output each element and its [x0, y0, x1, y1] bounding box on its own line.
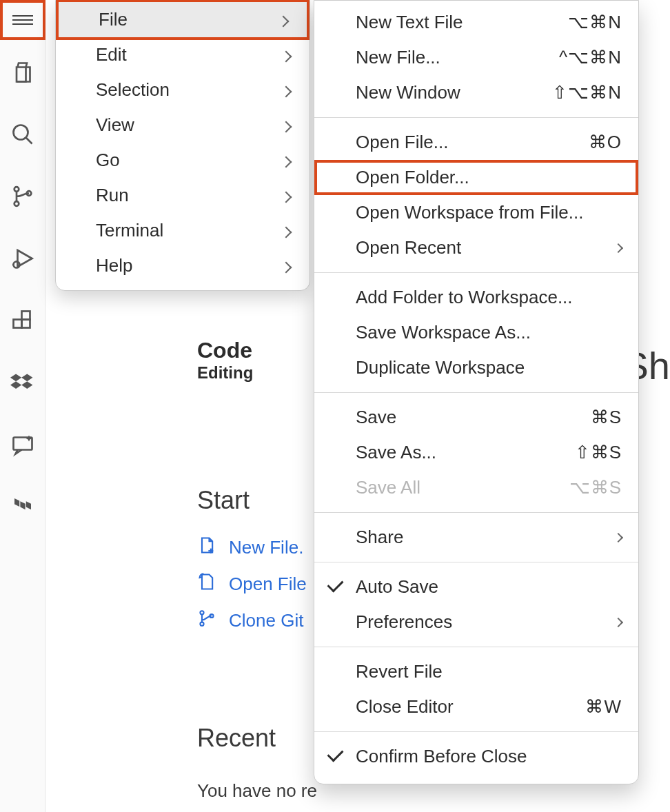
menu-item-label: Terminal — [96, 220, 163, 241]
submenu-preferences[interactable]: Preferences — [314, 605, 638, 640]
keyboard-shortcut: ⇧⌥⌘N — [552, 82, 622, 103]
app-menu-button[interactable] — [0, 0, 45, 40]
svg-point-5 — [14, 262, 20, 268]
submenu-item-label: Revert File — [356, 661, 443, 682]
submenu-new-file[interactable]: New File... ^⌥⌘N — [314, 40, 638, 75]
submenu-add-folder-to-workspace[interactable]: Add Folder to Workspace... — [314, 280, 638, 315]
file-submenu: New Text File ⌥⌘N New File... ^⌥⌘N New W… — [314, 0, 639, 784]
submenu-new-text-file[interactable]: New Text File ⌥⌘N — [314, 5, 638, 40]
git-branch-icon — [197, 609, 216, 633]
submenu-close-editor[interactable]: Close Editor ⌘W — [314, 689, 638, 724]
menu-item-label: Selection — [96, 79, 170, 101]
menu-separator — [314, 512, 638, 513]
svg-point-3 — [14, 201, 19, 206]
menu-separator — [314, 647, 638, 647]
menu-separator — [314, 392, 638, 393]
chevron-right-icon — [282, 220, 290, 241]
submenu-open-file[interactable]: Open File... ⌘O — [314, 125, 638, 160]
folder-open-icon — [197, 572, 216, 596]
keyboard-shortcut: ⌥⌘S — [569, 477, 622, 498]
menu-item-edit[interactable]: Edit — [56, 37, 309, 72]
keyboard-shortcut: ⌘O — [589, 132, 622, 153]
submenu-open-folder[interactable]: Open Folder... — [314, 160, 638, 195]
submenu-save[interactable]: Save ⌘S — [314, 400, 638, 435]
hamburger-icon — [12, 12, 33, 28]
start-heading: Start — [197, 486, 307, 515]
search-icon[interactable] — [0, 103, 45, 165]
menu-item-view[interactable]: View — [56, 108, 309, 143]
chevron-right-icon — [279, 9, 287, 30]
check-icon — [328, 576, 343, 598]
submenu-item-label: Add Folder to Workspace... — [356, 287, 573, 308]
submenu-item-label: Save Workspace As... — [356, 322, 531, 343]
menu-item-label: View — [96, 114, 134, 136]
submenu-item-label: Confirm Before Close — [356, 746, 527, 767]
menu-item-label: Run — [96, 185, 129, 206]
menu-separator — [314, 272, 638, 273]
submenu-share[interactable]: Share — [314, 520, 638, 555]
submenu-revert-file[interactable]: Revert File — [314, 654, 638, 689]
chevron-right-icon — [282, 185, 290, 206]
submenu-item-label: New File... — [356, 47, 440, 68]
submenu-confirm-before-close[interactable]: Confirm Before Close — [314, 739, 638, 774]
svg-point-0 — [14, 125, 28, 140]
submenu-item-label: Open File... — [356, 132, 448, 153]
explorer-icon[interactable] — [0, 41, 45, 103]
chevron-right-icon — [282, 255, 290, 276]
chevron-right-icon — [282, 114, 290, 136]
svg-rect-8 — [14, 320, 22, 328]
menu-item-label: File — [99, 9, 128, 30]
menu-item-file[interactable]: File — [56, 0, 309, 40]
menu-item-go[interactable]: Go — [56, 143, 309, 178]
submenu-save-as[interactable]: Save As... ⇧⌘S — [314, 435, 638, 470]
menu-item-help[interactable]: Help — [56, 248, 309, 283]
menu-separator — [314, 731, 638, 732]
submenu-item-label: Save — [356, 407, 396, 428]
extensions-icon[interactable] — [0, 290, 45, 352]
keyboard-shortcut: ⌘S — [591, 407, 622, 428]
submenu-open-workspace-from-file[interactable]: Open Workspace from File... — [314, 195, 638, 230]
submenu-auto-save[interactable]: Auto Save — [314, 569, 638, 605]
run-debug-icon[interactable] — [0, 227, 45, 290]
new-file-link-label: New File. — [229, 537, 303, 558]
menu-item-terminal[interactable]: Terminal — [56, 213, 309, 248]
menu-item-run[interactable]: Run — [56, 178, 309, 213]
chevron-right-icon — [613, 243, 623, 252]
submenu-item-label: Share — [356, 527, 403, 548]
submenu-item-label: Open Recent — [356, 237, 461, 258]
chevron-right-icon — [613, 617, 623, 627]
submenu-item-label: New Text File — [356, 12, 463, 33]
submenu-item-label: Open Workspace from File... — [356, 202, 583, 223]
new-file-link[interactable]: New File. — [197, 536, 307, 560]
submenu-item-label: Auto Save — [356, 576, 438, 598]
submenu-item-label: Preferences — [356, 611, 452, 633]
menu-item-selection[interactable]: Selection — [56, 72, 309, 108]
new-file-icon — [197, 536, 216, 560]
submenu-item-label: Close Editor — [356, 696, 454, 718]
svg-rect-9 — [22, 320, 30, 328]
clone-git-link[interactable]: Clone Git — [197, 609, 307, 633]
submenu-item-label: New Window — [356, 82, 460, 103]
terraform-icon[interactable] — [0, 476, 45, 538]
keyboard-shortcut: ⌘W — [585, 696, 622, 718]
submenu-duplicate-workspace[interactable]: Duplicate Workspace — [314, 350, 638, 385]
open-file-link-label: Open File — [229, 574, 307, 595]
submenu-save-workspace-as[interactable]: Save Workspace As... — [314, 315, 638, 350]
keyboard-shortcut: ^⌥⌘N — [559, 47, 622, 68]
svg-point-14 — [200, 611, 203, 614]
submenu-open-recent[interactable]: Open Recent — [314, 230, 638, 265]
recent-empty-text: You have no re — [197, 780, 317, 802]
submenu-save-all: Save All ⌥⌘S — [314, 470, 638, 505]
open-file-link[interactable]: Open File — [197, 572, 307, 596]
chevron-right-icon — [613, 532, 623, 542]
chevron-right-icon — [282, 150, 290, 171]
dropbox-icon[interactable] — [0, 352, 45, 414]
main-menu-dropdown: File Edit Selection View Go Run Terminal… — [55, 0, 310, 291]
submenu-new-window[interactable]: New Window ⇧⌥⌘N — [314, 75, 638, 110]
svg-rect-10 — [22, 312, 30, 320]
menu-item-label: Help — [96, 255, 132, 276]
source-control-icon[interactable] — [0, 165, 45, 227]
menu-separator — [314, 562, 638, 562]
keyboard-shortcut: ⇧⌘S — [575, 442, 622, 463]
chat-icon[interactable] — [0, 414, 45, 476]
